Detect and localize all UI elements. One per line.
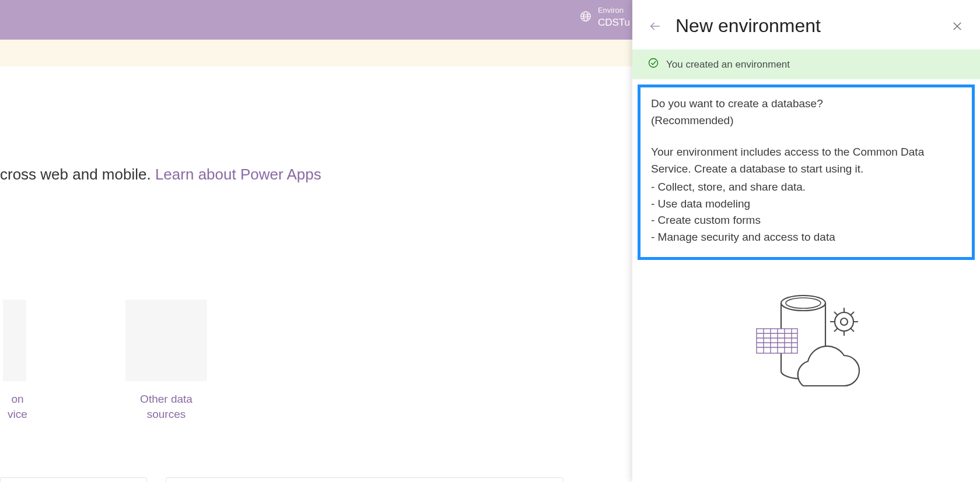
prompt-bullet: - Use data modeling (651, 196, 961, 213)
tile-thumbnail (3, 300, 26, 381)
environment-selector[interactable]: Environ CDSTu (579, 6, 630, 29)
prompt-question-line2: (Recommended) (651, 114, 734, 126)
success-banner: You created an environment (632, 50, 980, 79)
svg-line-18 (850, 328, 854, 332)
learn-link[interactable]: Learn about Power Apps (155, 166, 321, 183)
close-button[interactable] (950, 19, 965, 34)
back-button[interactable] (648, 19, 663, 34)
svg-line-17 (834, 328, 838, 332)
tile-label-line2: vice (8, 407, 27, 422)
success-message: You created an environment (666, 59, 790, 71)
checkmark-circle-icon (648, 57, 659, 72)
panel-header: New environment (632, 0, 980, 50)
panel-title: New environment (676, 15, 937, 37)
prompt-bullet: - Create custom forms (651, 212, 961, 229)
layout-template-card[interactable] (0, 477, 147, 482)
tile-common-data-service[interactable]: on vice (0, 300, 88, 421)
tile-label-line1: Other data (140, 392, 192, 407)
env-value: CDSTu (598, 16, 630, 29)
svg-point-10 (841, 318, 848, 325)
database-illustration (632, 293, 980, 397)
tile-thumbnail (125, 300, 207, 381)
prompt-description: Your environment includes access to the … (651, 144, 961, 177)
new-environment-panel: New environment You created an environme… (632, 0, 980, 482)
prompt-bullet: - Manage security and access to data (651, 229, 961, 246)
layout-template-card[interactable] (166, 477, 564, 482)
prompt-question-line1: Do you want to create a database? (651, 97, 823, 110)
svg-point-6 (649, 59, 658, 68)
tagline-text: cross web and mobile. (0, 166, 155, 183)
svg-line-16 (850, 312, 854, 315)
arrow-left-icon (649, 20, 662, 33)
database-prompt-callout: Do you want to create a database? (Recom… (638, 85, 975, 260)
svg-line-15 (834, 312, 838, 315)
tile-label-line1: on (8, 392, 27, 407)
tile-label-line2: sources (147, 407, 186, 422)
close-icon (951, 20, 963, 32)
tagline: cross web and mobile. Learn about Power … (0, 166, 321, 184)
prompt-bullet: - Collect, store, and share data. (651, 179, 961, 196)
tile-other-data-sources[interactable]: Other data sources (120, 300, 213, 421)
env-label: Environ (598, 6, 630, 15)
globe-icon (579, 10, 592, 25)
